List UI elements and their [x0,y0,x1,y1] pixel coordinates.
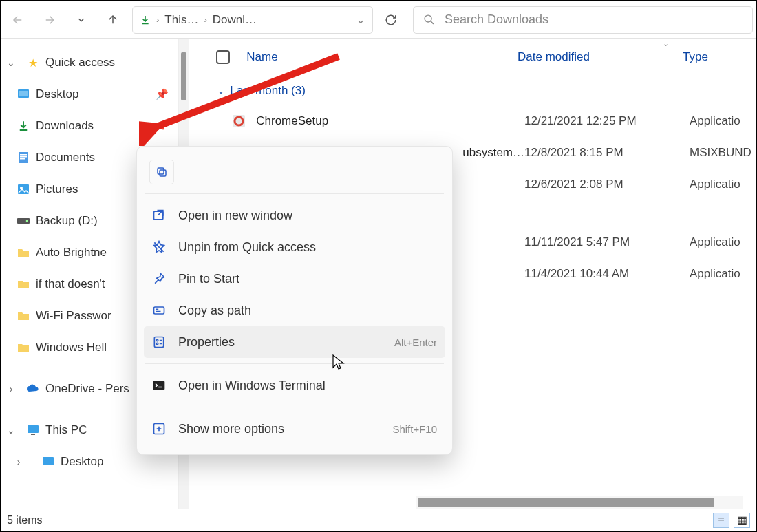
ctx-terminal[interactable]: Open in Windows Terminal [144,370,445,401]
svg-rect-19 [154,307,164,314]
sidebar-label: Quick access [45,56,115,70]
application-icon [231,114,246,129]
ctx-shortcut: Alt+Enter [394,337,437,348]
ctx-label: Open in new window [178,209,292,223]
terminal-icon [152,379,166,392]
column-headers: Name ⌄Date modified Type [189,39,756,76]
sidebar-label: if that doesn't [36,277,105,291]
new-window-icon [152,209,166,222]
sidebar-label: Auto Brightne [36,246,107,259]
folder-icon [17,277,30,291]
ctx-label: Copy as path [178,304,251,318]
column-type[interactable]: Type [683,50,749,64]
breadcrumb-segment[interactable]: This… [164,13,198,27]
sidebar-label: Desktop [61,455,103,469]
column-date[interactable]: ⌄Date modified [518,50,683,64]
svg-rect-3 [19,152,28,163]
search-icon [423,14,435,25]
svg-point-21 [156,339,158,341]
file-type: Applicatio [690,235,756,249]
breadcrumb-segment[interactable]: Downl… [213,13,257,27]
unpin-icon [152,240,166,254]
svg-rect-12 [31,434,35,435]
svg-rect-23 [153,381,165,390]
details-view-button[interactable]: ≡ [713,513,729,528]
sidebar-label: Desktop [36,87,78,101]
ctx-open-new-window[interactable]: Open in new window [144,200,445,231]
pin-icon [152,272,166,286]
forward-button[interactable] [36,6,63,34]
pin-icon: 📌 [156,120,169,132]
svg-rect-13 [43,457,54,465]
search-placeholder: Search Downloads [445,12,548,27]
svg-rect-20 [154,337,163,348]
desktop-icon [41,455,55,469]
copy-button[interactable] [149,160,174,184]
star-icon: ★ [26,56,40,70]
ctx-unpin[interactable]: Unpin from Quick access [144,231,445,263]
sidebar-quick-access[interactable]: ⌄ ★ Quick access [1,47,178,78]
download-icon [17,119,30,133]
chevron-right-icon[interactable]: › [1,456,36,467]
svg-point-22 [156,343,158,345]
ctx-more-options[interactable]: Show more options Shift+F10 [144,413,445,445]
horizontal-scrollbar[interactable] [416,496,743,509]
sidebar-label: OneDrive - Pers [45,382,129,396]
ctx-label: Show more options [178,422,284,436]
ctx-pin-start[interactable]: Pin to Start [144,263,445,295]
sidebar-label: Pictures [36,182,78,196]
address-bar[interactable]: › This… › Downl… ⌄ [132,6,373,34]
ctx-label: Pin to Start [178,272,239,286]
file-row[interactable]: ChromeSetup 12/21/2021 12:25 PM Applicat… [189,105,756,137]
file-type: Applicatio [690,114,756,128]
select-all-checkbox[interactable] [216,50,230,64]
svg-point-10 [26,220,28,222]
svg-rect-18 [154,211,163,220]
pin-icon: 📌 [156,88,169,100]
svg-rect-16 [160,170,166,176]
group-label: Last month (3) [230,84,306,98]
folder-icon [17,309,30,323]
sidebar-item-desktop[interactable]: Desktop 📌 [1,78,178,110]
ctx-copy-path[interactable]: Copy as path [144,295,445,326]
folder-icon [17,246,30,259]
copy-path-icon [152,304,166,317]
breadcrumb-sep-icon: › [204,14,206,25]
up-button[interactable] [99,6,127,34]
file-date: 12/8/2021 8:15 PM [524,146,690,160]
properties-icon [152,335,166,349]
cloud-icon [26,382,40,396]
refresh-button[interactable] [377,6,405,34]
chevron-down-icon[interactable]: ⌄ [1,425,21,436]
file-group[interactable]: ⌄ Last month (3) [189,76,756,105]
sidebar-label: Downloads [36,119,94,133]
ctx-properties[interactable]: Properties Alt+Enter [144,326,445,358]
ctx-label: Unpin from Quick access [178,240,316,255]
chevron-right-icon[interactable]: › [1,383,21,394]
file-date: 11/11/2021 5:47 PM [524,235,690,249]
sidebar-label: Backup (D:) [36,214,98,228]
status-bar: 5 items ≡ ▦ [1,509,756,531]
svg-rect-7 [18,184,29,194]
status-items: 5 items [7,514,43,526]
drive-icon [17,214,30,228]
svg-rect-11 [28,425,39,433]
svg-rect-4 [20,154,27,156]
file-name: ChromeSetup [256,114,524,128]
icons-view-button[interactable]: ▦ [734,513,750,528]
copy-icon [156,166,168,178]
recent-locations-button[interactable] [67,6,95,34]
file-type: Applicatio [690,178,756,191]
document-icon [17,151,30,164]
sidebar-item-downloads[interactable]: Downloads 📌 [1,110,178,142]
sort-indicator-icon: ⌄ [663,39,669,48]
svg-rect-5 [20,156,27,158]
chevron-down-icon[interactable]: ⌄ [1,57,21,68]
back-button[interactable] [4,6,32,34]
search-box[interactable]: Search Downloads [413,6,753,34]
sidebar-label: Documents [36,151,95,164]
chevron-down-icon[interactable]: ⌄ [356,12,365,27]
svg-point-0 [425,15,431,22]
column-name[interactable]: Name [246,50,518,64]
file-date: 12/21/2021 12:25 PM [524,114,690,128]
